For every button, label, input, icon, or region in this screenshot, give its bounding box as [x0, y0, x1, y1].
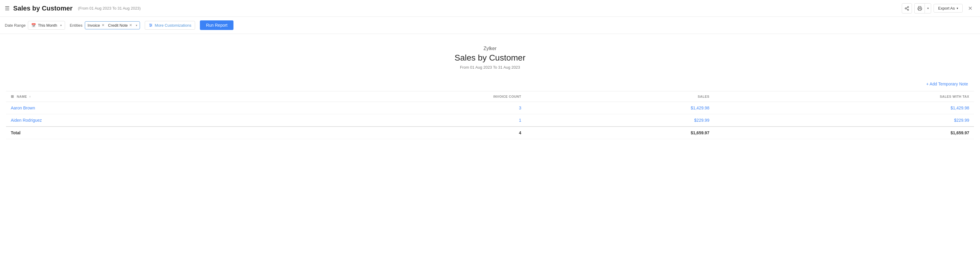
share-button[interactable] — [902, 3, 912, 13]
print-group: ▾ — [914, 3, 931, 13]
svg-point-1 — [905, 8, 906, 9]
th-sales: SALES — [526, 91, 714, 102]
title-bar: ☰ Sales by Customer (From 01 Aug 2023 To… — [0, 0, 980, 17]
add-note-area: + Add Temporary Note — [6, 81, 974, 91]
svg-line-4 — [906, 7, 908, 8]
customer-link[interactable]: Aiden Rodriguez — [11, 118, 42, 123]
report-title: Sales by Customer — [6, 53, 974, 63]
sales-with-tax-link[interactable]: $1,429.98 — [951, 105, 969, 110]
row-invoice-count: 3 — [276, 102, 526, 114]
date-range-filter: Date Range 📅 This Month ▾ — [5, 21, 65, 30]
svg-point-10 — [151, 25, 152, 25]
svg-rect-5 — [919, 9, 921, 10]
entities-filter: Entities Invoice ✕ Credit Note ✕ ▾ — [70, 21, 140, 29]
row-sales-with-tax: $229.99 — [714, 114, 974, 127]
print-dropdown-button[interactable]: ▾ — [924, 3, 931, 13]
invoice-tag: Invoice ✕ — [88, 23, 104, 27]
sales-with-tax-link[interactable]: $229.99 — [954, 118, 969, 123]
svg-line-3 — [906, 9, 908, 10]
table-row: Aiden Rodriguez 1 $229.99 $229.99 — [6, 114, 974, 127]
invoice-count-link[interactable]: 3 — [519, 105, 521, 110]
entities-label: Entities — [70, 23, 83, 27]
credit-note-tag: Credit Note ✕ — [108, 23, 132, 27]
run-report-button[interactable]: Run Report — [200, 21, 234, 30]
date-range-caret-icon: ▾ — [60, 24, 62, 27]
page-title: Sales by Customer — [13, 5, 73, 12]
total-sales-with-tax: $1,659.97 — [714, 127, 974, 139]
name-sort-icon[interactable]: ↑ — [29, 95, 31, 98]
svg-point-11 — [150, 26, 151, 26]
row-name: Aaron Brown — [6, 102, 276, 114]
add-temporary-note-button[interactable]: + Add Temporary Note — [926, 81, 968, 86]
entities-select[interactable]: Invoice ✕ Credit Note ✕ ▾ — [85, 21, 140, 29]
svg-point-0 — [907, 6, 909, 8]
row-sales: $1,429.98 — [526, 102, 714, 114]
sales-link[interactable]: $1,429.98 — [691, 105, 710, 110]
sales-link[interactable]: $229.99 — [694, 118, 710, 123]
table-icon: ⊞ — [11, 94, 14, 99]
total-row: Total 4 $1,659.97 $1,659.97 — [6, 127, 974, 139]
report-company: Zylker — [6, 46, 974, 51]
customer-link[interactable]: Aaron Brown — [11, 105, 35, 110]
calendar-icon: 📅 — [31, 23, 36, 27]
entities-caret-icon: ▾ — [136, 24, 137, 27]
print-button[interactable] — [914, 3, 924, 13]
table-row: Aaron Brown 3 $1,429.98 $1,429.98 — [6, 102, 974, 114]
svg-point-2 — [907, 9, 909, 10]
credit-note-tag-remove[interactable]: ✕ — [129, 23, 132, 27]
report-table: ⊞ NAME ↑ INVOICE COUNT SALES SALES WITH … — [6, 91, 974, 139]
th-sales-with-tax: SALES WITH TAX — [714, 91, 974, 102]
title-actions: ▾ Export As ▾ ✕ — [902, 3, 975, 13]
table-header-row: ⊞ NAME ↑ INVOICE COUNT SALES SALES WITH … — [6, 91, 974, 102]
row-sales: $229.99 — [526, 114, 714, 127]
th-name: ⊞ NAME ↑ — [6, 91, 276, 102]
svg-point-9 — [150, 24, 150, 24]
invoice-count-link[interactable]: 1 — [519, 118, 521, 123]
export-button[interactable]: Export As ▾ — [934, 4, 963, 13]
th-invoice-count: INVOICE COUNT — [276, 91, 526, 102]
report-date-range: From 01 Aug 2023 To 31 Aug 2023 — [6, 65, 974, 70]
row-sales-with-tax: $1,429.98 — [714, 102, 974, 114]
report-header: Zylker Sales by Customer From 01 Aug 202… — [6, 46, 974, 70]
filters-bar: Date Range 📅 This Month ▾ Entities Invoi… — [0, 17, 980, 34]
page-subtitle: (From 01 Aug 2023 To 31 Aug 2023) — [78, 6, 140, 11]
total-label: Total — [6, 127, 276, 139]
customizations-button[interactable]: More Customizations — [145, 21, 195, 30]
hamburger-icon[interactable]: ☰ — [5, 5, 10, 12]
total-invoice-count: 4 — [276, 127, 526, 139]
date-range-label: Date Range — [5, 23, 25, 27]
invoice-tag-remove[interactable]: ✕ — [102, 23, 105, 27]
date-range-select[interactable]: 📅 This Month ▾ — [28, 21, 65, 30]
row-invoice-count: 1 — [276, 114, 526, 127]
report-content: Zylker Sales by Customer From 01 Aug 202… — [0, 34, 980, 145]
date-range-value: This Month — [38, 23, 57, 27]
customizations-label: More Customizations — [154, 23, 191, 27]
close-button[interactable]: ✕ — [965, 3, 975, 13]
row-name: Aiden Rodriguez — [6, 114, 276, 127]
total-sales: $1,659.97 — [526, 127, 714, 139]
